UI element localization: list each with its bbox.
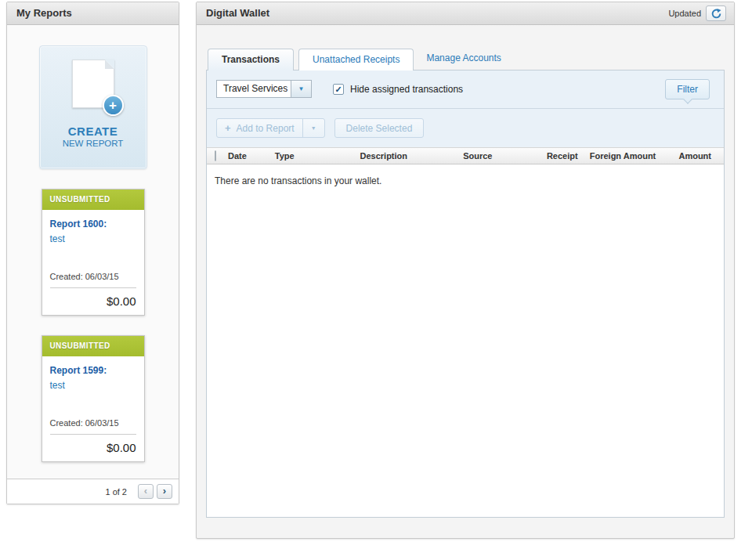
report-card[interactable]: UNSUBMITTED Report 1599: test Created: 0… (42, 335, 145, 462)
filter-button[interactable]: Filter (665, 79, 710, 99)
filter-toolbar: Travel Services ▼ ✓ Hide assigned transa… (207, 70, 724, 109)
document-icon: + (72, 60, 114, 108)
report-title-link[interactable]: Report 1600: (50, 219, 136, 229)
digital-wallet-title: Digital Wallet (206, 2, 269, 24)
add-to-report-label: Add to Report (237, 123, 302, 134)
chevron-left-icon: ‹ (144, 485, 147, 497)
plus-icon: + (217, 122, 237, 134)
column-header-source: Source (463, 151, 547, 161)
report-amount: $0.00 (50, 435, 136, 457)
wallet-tabs: Transactions Unattached Receipts Manage … (208, 48, 734, 70)
transactions-table-header: Date Type Description Source Receipt For… (207, 147, 724, 164)
tab-unattached-receipts[interactable]: Unattached Receipts (298, 49, 414, 70)
hide-assigned-checkbox[interactable]: ✓ (333, 84, 344, 95)
next-page-button[interactable]: › (157, 484, 172, 499)
add-to-report-button[interactable]: + Add to Report ▼ (216, 118, 325, 138)
delete-selected-label: Delete Selected (346, 123, 413, 134)
report-card[interactable]: UNSUBMITTED Report 1600: test Created: 0… (42, 189, 145, 316)
report-name-link[interactable]: test (50, 233, 136, 244)
plus-icon: + (103, 95, 124, 116)
category-dropdown[interactable]: Travel Services ▼ (216, 80, 312, 98)
my-reports-panel: My Reports + CREATE NEW REPORT UNSUBMITT… (6, 2, 179, 504)
column-header-amount: Amount (678, 151, 724, 161)
column-header-date: Date (228, 151, 275, 161)
chevron-down-icon[interactable]: ▼ (303, 125, 324, 131)
reports-pagination: 1 of 2 ‹ › (7, 479, 179, 504)
filter-button-label: Filter (677, 84, 698, 95)
tab-manage-accounts[interactable]: Manage Accounts (418, 48, 508, 70)
refresh-icon (711, 9, 721, 19)
my-reports-title: My Reports (16, 2, 72, 24)
filter-notch (683, 95, 692, 103)
report-title-link[interactable]: Report 1599: (50, 365, 136, 376)
digital-wallet-panel: Digital Wallet Updated Transactions Unat… (196, 2, 735, 539)
updated-label: Updated (668, 2, 701, 24)
report-card-body: Report 1600: test Created: 06/03/15 $0.0… (42, 210, 144, 315)
prev-page-button[interactable]: ‹ (138, 484, 154, 499)
column-header-foreign-amount: Foreign Amount (590, 151, 679, 161)
hide-assigned-label: Hide assigned transactions (350, 84, 463, 95)
report-status-badge: UNSUBMITTED (42, 336, 144, 356)
action-toolbar: + Add to Report ▼ Delete Selected (207, 109, 724, 147)
report-created-date: Created: 06/03/15 (50, 272, 136, 281)
select-all-cell (215, 151, 228, 161)
screen: My Reports + CREATE NEW REPORT UNSUBMITT… (0, 0, 752, 560)
page-indicator: 1 of 2 (105, 487, 127, 497)
category-dropdown-value: Travel Services (217, 81, 291, 97)
tab-transactions[interactable]: Transactions (208, 49, 294, 70)
chevron-right-icon: › (163, 485, 166, 497)
report-amount: $0.00 (50, 288, 136, 310)
select-all-checkbox[interactable] (215, 150, 216, 161)
chevron-down-icon: ▼ (291, 81, 311, 97)
delete-selected-button[interactable]: Delete Selected (334, 118, 425, 138)
digital-wallet-header: Digital Wallet Updated (197, 2, 734, 25)
report-created-date: Created: 06/03/15 (50, 418, 136, 428)
hide-assigned-checkbox-group[interactable]: ✓ Hide assigned transactions (333, 84, 463, 95)
create-label: CREATE (40, 125, 146, 138)
create-new-report-card[interactable]: + CREATE NEW REPORT (39, 45, 147, 169)
report-status-badge: UNSUBMITTED (42, 190, 144, 210)
empty-state-message: There are no transactions in your wallet… (207, 164, 724, 197)
refresh-button[interactable] (706, 5, 726, 21)
column-header-receipt: Receipt (547, 151, 590, 161)
my-reports-header: My Reports (7, 2, 179, 25)
column-header-description: Description (360, 151, 464, 161)
updated-group: Updated (668, 2, 726, 24)
transactions-content: Travel Services ▼ ✓ Hide assigned transa… (206, 70, 725, 518)
report-name-link[interactable]: test (50, 380, 136, 391)
report-card-body: Report 1599: test Created: 06/03/15 $0.0… (42, 356, 144, 461)
document-fold-cut (105, 60, 114, 69)
column-header-type: Type (275, 151, 360, 161)
new-report-label: NEW REPORT (40, 139, 146, 148)
